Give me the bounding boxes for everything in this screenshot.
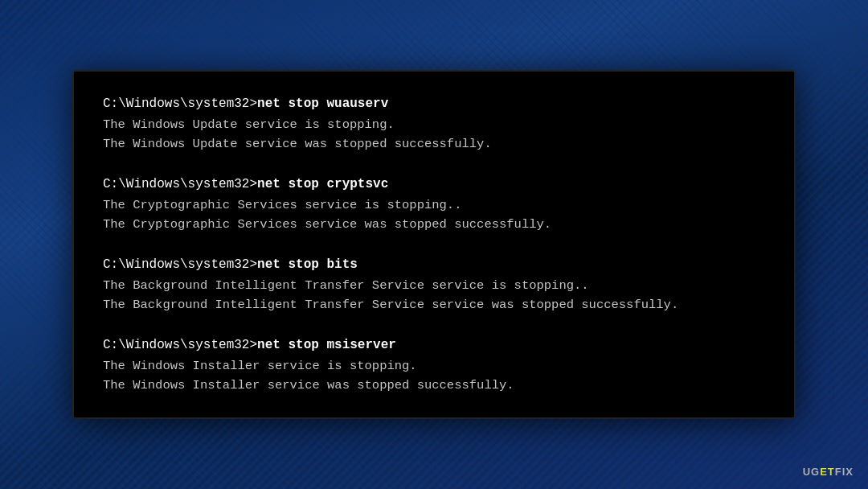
prompt-path-2: C:\Windows\system32> [103,177,257,191]
output-line-2-1: The Cryptographic Services service is st… [103,195,765,215]
output-line-2-2: The Cryptographic Services service was s… [103,215,765,234]
terminal-block-1: C:\Windows\system32>net stop wuauservThe… [103,94,765,154]
prompt-line-4: C:\Windows\system32>net stop msiserver [103,335,765,355]
terminal-window: C:\Windows\system32>net stop wuauservThe… [72,70,796,419]
prompt-command-2: net stop cryptsvc [257,177,388,191]
prompt-command-3: net stop bits [257,257,358,272]
terminal-block-2: C:\Windows\system32>net stop cryptsvcThe… [103,175,765,234]
watermark-highlight: ET [820,466,835,478]
prompt-line-2: C:\Windows\system32>net stop cryptsvc [103,175,765,194]
prompt-path-3: C:\Windows\system32> [103,257,257,272]
output-line-3-2: The Background Intelligent Transfer Serv… [103,295,765,314]
prompt-command-1: net stop wuauserv [257,97,388,111]
terminal-block-3: C:\Windows\system32>net stop bitsThe Bac… [103,255,765,314]
prompt-command-4: net stop msiserver [257,338,396,352]
prompt-line-1: C:\Windows\system32>net stop wuauserv [103,94,765,113]
terminal-wrapper: C:\Windows\system32>net stop wuauservThe… [72,70,796,419]
prompt-path-4: C:\Windows\system32> [103,338,257,352]
prompt-path-1: C:\Windows\system32> [103,97,257,111]
terminal-block-4: C:\Windows\system32>net stop msiserverTh… [103,335,765,395]
output-line-1-1: The Windows Update service is stopping. [103,115,765,134]
output-line-4-2: The Windows Installer service was stoppe… [103,376,765,395]
output-line-3-1: The Background Intelligent Transfer Serv… [103,276,765,295]
watermark: UGETFIX [803,466,854,478]
output-line-1-2: The Windows Update service was stopped s… [103,134,765,154]
output-line-4-1: The Windows Installer service is stoppin… [103,356,765,376]
prompt-line-3: C:\Windows\system32>net stop bits [103,255,765,274]
